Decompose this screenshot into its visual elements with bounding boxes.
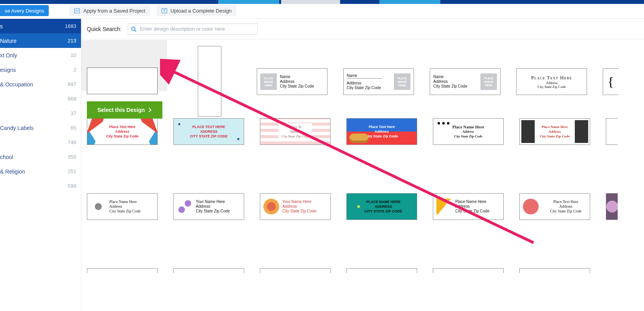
bracket-glyph: { bbox=[607, 74, 614, 89]
sidebar-item-1[interactable]: Nature213 bbox=[0, 33, 81, 48]
template-row4-2[interactable] bbox=[173, 268, 244, 273]
csz-text: City State Zip Code bbox=[433, 84, 467, 89]
template-row2-4[interactable]: Place Text Here Address City State Zip C… bbox=[346, 118, 417, 145]
template-row4-1[interactable] bbox=[87, 268, 158, 273]
top-tab-segment bbox=[281, 0, 340, 4]
t3: City State Zip Code bbox=[282, 209, 316, 214]
t3: City State Zip Code bbox=[366, 134, 398, 139]
template-row4-6[interactable] bbox=[519, 268, 590, 273]
t3: City State Zip Code bbox=[455, 209, 489, 214]
sidebar-item-count: 37 bbox=[71, 110, 76, 116]
sidebar-item-8[interactable]: 746 bbox=[0, 135, 81, 150]
sidebar-item-11[interactable]: 599 bbox=[0, 179, 81, 193]
chevron-right-icon bbox=[148, 108, 152, 112]
sidebar-item-count: 10 bbox=[71, 52, 76, 58]
t1: Your Name Here bbox=[196, 199, 230, 204]
placeholder-image: PLACE IMAGE HERE bbox=[260, 73, 277, 90]
t2: ADDRESS bbox=[200, 129, 217, 134]
t3: City State Zip Code bbox=[106, 134, 139, 139]
frame-title: Place Text Here bbox=[531, 75, 572, 81]
decorative-icon bbox=[523, 199, 539, 214]
sidebar-item-7[interactable]: Candy Labels65 bbox=[0, 121, 81, 135]
template-address-right-image-2[interactable]: Name Address City State Zip Code PLACE I… bbox=[430, 68, 500, 95]
t1: Place Name Here bbox=[542, 124, 568, 129]
t2: Address bbox=[196, 204, 230, 209]
address-text: Address bbox=[280, 79, 314, 84]
template-row3-5[interactable]: Place Name Here Address City State Zip C… bbox=[433, 193, 504, 220]
t1: Place Te bbox=[282, 124, 309, 129]
sidebar-item-10[interactable]: & Religion251 bbox=[0, 164, 81, 179]
sidebar-item-0[interactable]: s1683 bbox=[0, 19, 81, 33]
t1: Your Name Here bbox=[282, 199, 316, 204]
address-text: Address bbox=[347, 81, 382, 86]
t2: Address bbox=[282, 204, 316, 209]
t1: Place Text Here bbox=[553, 199, 578, 204]
sidebar-item-3[interactable]: esigns2 bbox=[0, 62, 81, 77]
sidebar-item-4[interactable]: & Occupation897 bbox=[0, 77, 81, 91]
browse-label: se Avery Designs bbox=[5, 8, 44, 14]
t3: City State Zip Code bbox=[109, 209, 141, 214]
sidebar-item-count: 897 bbox=[68, 81, 76, 87]
template-address-left-image[interactable]: PLACE IMAGE HERE Name Address City State… bbox=[257, 68, 328, 95]
t1: PLACE TEXT HERE bbox=[192, 124, 225, 129]
sidebar-item-count: 2 bbox=[74, 67, 76, 73]
template-row4-4[interactable] bbox=[346, 268, 417, 273]
template-row2-6[interactable]: Place Name Here Address City State Zip C… bbox=[519, 118, 590, 145]
apply-saved-button[interactable]: Apply from a Saved Project bbox=[69, 5, 150, 16]
csz-text: City State Zip Code bbox=[280, 84, 314, 89]
template-address-right-image[interactable]: Name Address City State Zip Code PLACE I… bbox=[343, 68, 414, 95]
sidebar-item-label: & Religion bbox=[0, 168, 25, 175]
t3: City State Zip Code bbox=[282, 134, 309, 139]
decorative-icon bbox=[90, 199, 106, 214]
upload-design-button[interactable]: Upload a Complete Design bbox=[156, 5, 236, 16]
browse-designs-button[interactable]: se Avery Designs bbox=[0, 5, 49, 16]
template-row3-4[interactable]: PLACE NAME HERE ADDRESS CITY STATE ZIP C… bbox=[346, 193, 417, 220]
sidebar-item-label: xt Only bbox=[0, 52, 17, 59]
decorative-icon bbox=[606, 193, 618, 220]
template-blank-tall[interactable] bbox=[198, 46, 221, 117]
sidebar-item-5[interactable]: 668 bbox=[0, 91, 81, 106]
template-row3-7[interactable] bbox=[606, 193, 618, 220]
t3: City State Zip Code bbox=[196, 209, 230, 214]
saved-project-icon bbox=[74, 8, 80, 13]
sidebar-item-count: 251 bbox=[68, 168, 76, 174]
category-sidebar: s1683Nature213xt Only10esigns2& Occupati… bbox=[0, 19, 81, 311]
template-row2-7[interactable] bbox=[606, 118, 618, 145]
search-input[interactable] bbox=[128, 24, 258, 35]
template-row4-3[interactable] bbox=[260, 268, 331, 273]
search-label: Quick Search: bbox=[87, 26, 121, 32]
sidebar-item-2[interactable]: xt Only10 bbox=[0, 48, 81, 62]
template-row3-2[interactable]: Your Name Here Address City State Zip Co… bbox=[173, 193, 244, 220]
sidebar-item-label: Nature bbox=[0, 38, 17, 44]
t2: ADDRESS bbox=[375, 204, 392, 209]
template-row2-2[interactable]: PLACE TEXT HERE ADDRESS CITY STATE ZIP C… bbox=[173, 118, 244, 145]
t1: Place Text Here bbox=[369, 124, 395, 129]
template-row3-3[interactable]: Your Name Here Address City State Zip Co… bbox=[260, 193, 331, 220]
template-text-frame[interactable]: Place Text Here Address City State Zip C… bbox=[516, 68, 587, 95]
template-row2-5[interactable]: Place Name Here Address City State Zip C… bbox=[433, 118, 504, 145]
template-row3-6[interactable]: Place Text Here Address City State Zip C… bbox=[519, 193, 590, 220]
t1: Place Text Here bbox=[109, 124, 135, 129]
sidebar-item-9[interactable]: chool350 bbox=[0, 150, 81, 164]
sidebar-item-6[interactable]: 37 bbox=[0, 106, 81, 121]
top-tab-segment bbox=[218, 0, 279, 4]
template-row3-1[interactable]: Place Name Here Address City State Zip C… bbox=[87, 193, 158, 220]
select-this-design-button[interactable]: Select this Design bbox=[87, 101, 162, 119]
name-text: Name bbox=[347, 73, 382, 79]
frame-addr: Address bbox=[546, 81, 558, 85]
template-row2-1[interactable]: Place Text Here Address City State Zip C… bbox=[87, 118, 158, 145]
csz-text: City State Zip Code bbox=[347, 86, 382, 90]
select-btn-label: Select this Design bbox=[98, 107, 145, 113]
template-bracket[interactable]: { bbox=[603, 68, 618, 95]
content-area: Quick Search: Select this Design bbox=[81, 19, 644, 311]
t2: Address bbox=[115, 129, 129, 134]
t1: Place Name Here bbox=[109, 199, 141, 204]
sidebar-item-label: s bbox=[0, 23, 3, 29]
sidebar-item-count: 350 bbox=[68, 154, 76, 160]
t2: Address bbox=[455, 204, 489, 209]
svg-line-3 bbox=[135, 30, 136, 31]
template-row2-3[interactable]: Place Te Address City State Zip Code bbox=[260, 118, 331, 145]
template-row4-5[interactable] bbox=[433, 268, 504, 273]
template-blank-selected[interactable] bbox=[87, 68, 158, 94]
sidebar-item-label: & Occupation bbox=[0, 81, 33, 88]
